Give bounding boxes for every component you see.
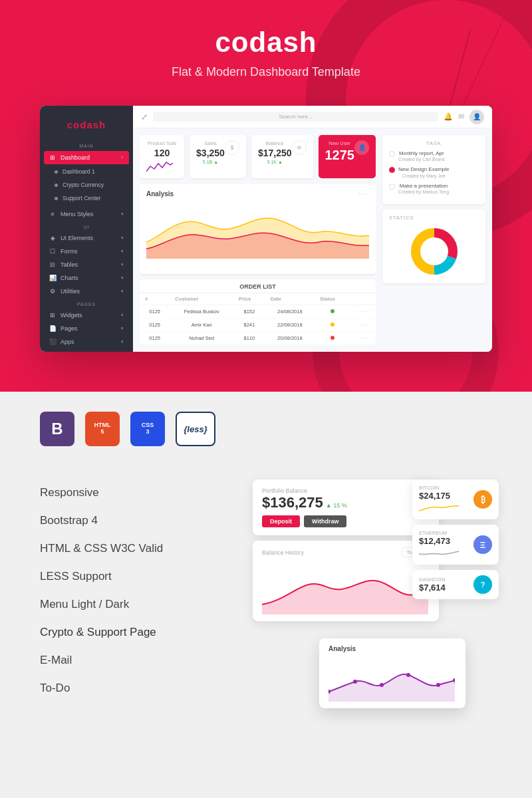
col-header-date: Date <box>265 293 315 305</box>
stat-change: 9.1K ▲ <box>258 160 292 164</box>
sidebar-label: UI Elements <box>61 235 93 241</box>
analysis-card: Analysis ··· <box>140 184 376 274</box>
stat-label: Balance <box>258 140 292 146</box>
feature-crypto: Crypto & Support Page <box>40 626 239 639</box>
bitcoin-icon: ₿ <box>473 490 492 509</box>
sidebar-item-dashboard[interactable]: ⊞ Dashboard ▾ <box>44 151 129 164</box>
task-text-1: Monthly report, Apr <box>398 150 445 157</box>
bootstrap-label: B <box>51 420 63 438</box>
table-row: 0125 Fedissa Buskov $152 24/08/2018 ··· <box>140 305 376 319</box>
feature-email: E-Mail <box>40 654 239 667</box>
nav-dot <box>55 197 58 200</box>
row-actions[interactable]: ··· <box>350 332 376 345</box>
nav-dot <box>55 170 58 174</box>
row-date: 20/08/2018 <box>265 332 315 345</box>
user-icon: 👤 <box>354 140 369 155</box>
sidebar-item-utilities[interactable]: ⚙ Utilities ▾ <box>40 285 133 298</box>
status-dot-green <box>331 309 334 313</box>
task-checkbox-3[interactable] <box>389 184 395 190</box>
sidebar-item-forms[interactable]: ☐ Forms ▾ <box>40 245 133 258</box>
bitcoin-label: BITCOIN <box>419 485 459 491</box>
sidebar-item-support[interactable]: Support Center <box>40 192 133 205</box>
ui-icon: ◈ <box>49 235 56 241</box>
table-row: 0125 Amir Kan $241 22/08/2018 ··· <box>140 319 376 332</box>
analysis-overlay-chart <box>329 655 455 702</box>
balance-history-card: Balance History Today ▾ <box>253 541 439 621</box>
sidebar-item-charts[interactable]: 📊 Charts ▾ <box>40 271 133 285</box>
portfolio-value: $136,275 <box>262 494 323 511</box>
stat-label: New User <box>325 140 355 146</box>
message-icon[interactable]: ✉ <box>458 112 464 121</box>
task-text-2: New Design Example <box>398 166 449 173</box>
tech-badge-less: {less} <box>176 412 215 446</box>
search-input[interactable]: Search here... <box>153 112 438 122</box>
task-checkbox-2[interactable] <box>389 167 395 173</box>
stat-change: 5.1B ▲ <box>196 160 225 164</box>
sidebar-label: Dashboard 1 <box>63 168 95 175</box>
sidebar-item-crypto[interactable]: Crypto Currency <box>40 178 133 192</box>
svg-point-7 <box>406 673 410 677</box>
row-id: 0125 <box>140 332 170 345</box>
sidebar-item-tables[interactable]: ⊟ Tables ▾ <box>40 258 133 271</box>
analysis-chart-svg <box>146 202 369 259</box>
sidebar-label: Crypto Currency <box>63 182 104 188</box>
bitcoin-value: $24,175 <box>419 491 459 501</box>
portfolio-change: ▲ 15 % <box>326 502 347 509</box>
task-text-3: Make a presentation <box>398 183 449 190</box>
utilities-icon: ⚙ <box>49 288 56 295</box>
withdraw-button[interactable]: Withdraw <box>304 515 346 527</box>
status-dot-red <box>331 336 334 340</box>
task-checkbox-1[interactable] <box>389 151 395 157</box>
task-item-1: Monthly report, Apr Created by Carl Bran… <box>389 150 479 162</box>
sidebar-item-dashboard1[interactable]: Dashboard 1 <box>40 165 133 178</box>
sidebar-label: Tables <box>61 261 78 268</box>
sidebar-item-label-dashboard: Dashboard <box>61 154 90 161</box>
chevron-icon: ▾ <box>121 235 124 241</box>
deposit-button[interactable]: Deposit <box>262 515 300 527</box>
widget-icon: ⊞ <box>49 312 56 319</box>
sidebar-item-menu-styles[interactable]: ≡ Menu Styles ▾ <box>40 207 133 221</box>
less-label: {less} <box>184 424 207 434</box>
dashboard-preview: codash MAIN ⊞ Dashboard ▾ Dashboard 1 Cr… <box>40 106 492 352</box>
task-label: TASK <box>389 140 479 146</box>
stat-value: $3,250 <box>196 148 225 158</box>
sales-icon: $ <box>225 140 239 155</box>
task-sub-1: Created by Carl Brand <box>398 157 445 162</box>
row-actions[interactable]: ··· <box>350 305 376 319</box>
avatar[interactable]: 👤 <box>469 110 484 124</box>
statics-card: STATICS <box>382 209 485 283</box>
row-price: $110 <box>233 332 265 345</box>
chart-icon: 📊 <box>49 275 56 281</box>
task-sub-2: Created by Mary Joe <box>398 174 449 178</box>
stat-value: $17,250 <box>258 148 292 158</box>
chevron-icon: ▾ <box>121 313 124 318</box>
sidebar-item-ui-elements[interactable]: ◈ UI Elements ▾ <box>40 231 133 245</box>
ethereum-icon: Ξ <box>473 535 492 554</box>
expand-icon[interactable]: ⤢ <box>141 112 148 122</box>
sidebar-item-widgets[interactable]: ⊞ Widgets ▾ <box>40 309 133 322</box>
sidebar-item-apps[interactable]: ⬛ Apps ▾ <box>40 335 133 348</box>
ethereum-info: ETHEREUM $12,473 <box>419 530 459 559</box>
mini-crypto-cards: BITCOIN $24,175 ₿ ETHEREUM $12,473 <box>412 479 499 599</box>
sidebar-label: Forms <box>61 248 78 255</box>
balance-icon: ≋ <box>292 140 307 155</box>
row-date: 24/08/2018 <box>265 305 315 319</box>
sidebar-item-pages[interactable]: 📄 Pages ▾ <box>40 322 133 335</box>
tech-badge-css: CSS3 <box>130 412 165 446</box>
stat-card-products: Product Sold 120 <box>140 135 184 178</box>
analysis-menu-dots[interactable]: ··· <box>358 189 369 198</box>
right-panel: TASK Monthly report, Apr Created by Carl… <box>382 135 485 345</box>
notification-icon[interactable]: 🔔 <box>444 112 453 121</box>
stat-card-balance: Balance $17,250 9.1K ▲ ≋ <box>251 135 313 178</box>
sidebar-label: Apps <box>61 338 74 345</box>
row-price: $152 <box>233 305 265 319</box>
ethereum-sparkline <box>419 546 459 559</box>
row-actions[interactable]: ··· <box>350 319 376 332</box>
order-table: ORDER LIST # Customer Price Date Status <box>140 279 376 345</box>
chevron-icon: ▾ <box>121 262 124 267</box>
stat-cards-row: Product Sold 120 Sales $3,250 <box>140 135 376 178</box>
crypto-preview: Portfolio Balance $136,275 ▲ 15 % Deposi… <box>239 479 492 695</box>
sidebar-logo: codash <box>40 114 133 140</box>
task-item-2: New Design Example Created by Mary Joe <box>389 166 479 178</box>
hero-section: codash Flat & Modern Dashboard Template … <box>0 0 532 392</box>
